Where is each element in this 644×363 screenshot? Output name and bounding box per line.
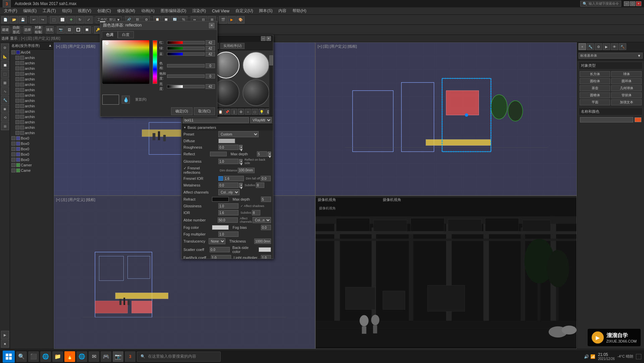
mat-editor-close[interactable]: ✕ [266, 36, 271, 41]
scene-list[interactable]: Arc04 archin archin archin archin archin… [10, 50, 53, 349]
scene-item-camera2[interactable]: Came [10, 168, 53, 173]
vis3[interactable] [15, 66, 19, 70]
cd-tab-hue[interactable]: 色调 [102, 31, 118, 38]
save-button[interactable]: 💾 [19, 16, 27, 23]
scene-item-archin6[interactable]: archin [10, 82, 53, 87]
cp-box-btn[interactable]: 长方体 [580, 71, 610, 77]
cp-hierarchy-icon[interactable]: ⚙ [595, 43, 602, 50]
app-menu-button[interactable]: 3 [3, 0, 11, 7]
color-preview-swatch[interactable] [102, 95, 119, 105]
sidebar-icon-5[interactable]: ▦ [1, 79, 9, 87]
vp-refract-swatch[interactable] [212, 197, 229, 202]
cp-teapot-btn[interactable]: 茶壶 [580, 85, 610, 91]
mat-balls-scroll-thumb[interactable] [269, 55, 273, 65]
app-button-2[interactable]: 📷 [113, 351, 123, 362]
menu-animation[interactable]: 动画(A) [139, 7, 157, 14]
menu-group[interactable]: 组(G) [59, 7, 74, 14]
taskview-button[interactable]: ⬛ [28, 351, 39, 362]
color-dialog-close-button[interactable]: ✕ [209, 23, 214, 28]
sidebar-icon-3[interactable]: 🔲 [1, 61, 9, 69]
scene-item-archin12[interactable]: archin [10, 114, 53, 119]
cp-motion-icon[interactable]: ▶ [603, 43, 610, 50]
vp-ior-input[interactable] [218, 210, 238, 215]
scene-item-box4[interactable]: Box0 [10, 152, 53, 157]
cv-val-bar[interactable] [167, 85, 205, 88]
scene-item-archin15[interactable]: archin [10, 130, 53, 136]
vis5[interactable] [15, 77, 19, 81]
vp-maxdepth-input[interactable] [257, 151, 267, 157]
visb2[interactable] [11, 142, 15, 146]
vp-fresnelior-lock[interactable] [218, 176, 223, 181]
select-region-button[interactable]: ⬜ [58, 16, 66, 23]
mat-editor-minimize[interactable]: ─ [261, 36, 266, 41]
sidebar-icon-6[interactable]: ∿ [1, 87, 9, 95]
sidebar-icon-bottom2[interactable]: ■ [1, 340, 9, 348]
scene-item-box5[interactable]: Box0 [10, 157, 53, 162]
mat-name-input[interactable]: bol11 [183, 117, 249, 123]
scene-item-archin1[interactable]: archin [10, 55, 53, 60]
3dsmax-taskbar[interactable]: 3 [125, 351, 136, 362]
scene-item-archin14[interactable]: archin [10, 125, 53, 130]
vp-affect-select[interactable]: Col...nly [218, 189, 239, 195]
color-wheel[interactable] [102, 40, 149, 84]
menu-script[interactable]: 脚本(S) [256, 7, 275, 14]
menu-edit[interactable]: 编辑(E) [20, 7, 39, 14]
build-mode[interactable]: 建建 [1, 26, 9, 34]
color-cancel-button[interactable]: 取消(C) [194, 107, 215, 115]
vis9[interactable] [15, 99, 19, 103]
material-editor-button[interactable]: 🎨 [236, 16, 245, 23]
vp-refract-subdivs-input[interactable] [252, 210, 260, 215]
visb5[interactable] [11, 158, 15, 162]
sidebar-icon-bottom1[interactable]: ▶ [1, 331, 9, 339]
menu-civil-view[interactable]: Civil View [209, 8, 232, 14]
visb4[interactable] [11, 152, 15, 156]
menu-custom[interactable]: 自定义(U) [233, 7, 256, 14]
render-setup-button[interactable]: 🎬 [219, 16, 227, 23]
visb3[interactable] [11, 147, 15, 151]
mt-box[interactable]: □ [252, 109, 258, 115]
vp-gloss-up[interactable]: ▲ [239, 159, 243, 161]
display-label[interactable]: 显示 [10, 36, 17, 41]
visb1[interactable] [11, 136, 15, 140]
sidebar-icon-1[interactable]: ⚙ [1, 44, 9, 52]
notification-button[interactable] [636, 354, 641, 359]
select-mode[interactable]: 选择 [23, 26, 32, 34]
rotate-button[interactable]: ↻ [76, 16, 84, 23]
cv-g-input[interactable] [206, 46, 215, 51]
vis13[interactable] [15, 120, 19, 124]
scene-item-archin2[interactable]: archin [10, 60, 53, 66]
scene-expand-btn[interactable]: ▲ [48, 43, 52, 48]
vis14[interactable] [15, 125, 19, 129]
visc1[interactable] [11, 163, 15, 167]
cp-object-types-header[interactable]: 对象类型 [579, 62, 643, 69]
vp-glossiness-input[interactable] [218, 159, 238, 164]
cp-create-icon[interactable]: + [579, 43, 586, 50]
menu-help[interactable]: 帮助(H) [290, 7, 309, 14]
scene-item-archin3[interactable]: archin [10, 66, 53, 71]
sidebar-icon-10[interactable]: ⊞ [1, 122, 9, 130]
mt-options[interactable]: ⚙ [238, 109, 244, 115]
scene-item-archin11[interactable]: archin [10, 109, 53, 114]
app-button-1[interactable]: 🎮 [101, 351, 111, 362]
sidebar-icon-8[interactable]: ◉ [1, 105, 9, 113]
freeform-mode[interactable]: 自由形式 [12, 26, 20, 34]
vis15[interactable] [15, 131, 19, 135]
vp-affect-channels2-select[interactable]: Col...nly [253, 217, 271, 223]
vp-maxdepth-up[interactable]: ▲ [268, 152, 271, 154]
cv-sat-bar[interactable] [167, 74, 205, 78]
mat-balls-scrollbar[interactable] [269, 55, 273, 116]
vp-thickness-input[interactable] [254, 239, 271, 244]
vis11[interactable] [15, 109, 19, 113]
scene-item-archin9[interactable]: archin [10, 98, 53, 103]
close-button[interactable]: ✕ [636, 1, 641, 6]
cv-b-bar[interactable] [167, 52, 205, 56]
sidebar-icon-7[interactable]: 🔧 [1, 96, 9, 104]
vis1[interactable] [15, 56, 19, 60]
vis8[interactable] [15, 93, 19, 97]
menu-graph-editor[interactable]: 图形编辑器(D) [158, 7, 189, 14]
vis6[interactable] [15, 83, 19, 87]
mat-ball-6[interactable] [243, 79, 269, 106]
camera-btn[interactable]: 📷 [57, 26, 65, 34]
cv-hue-bar[interactable] [167, 64, 205, 67]
chrome-button[interactable]: 🌐 [76, 351, 87, 362]
